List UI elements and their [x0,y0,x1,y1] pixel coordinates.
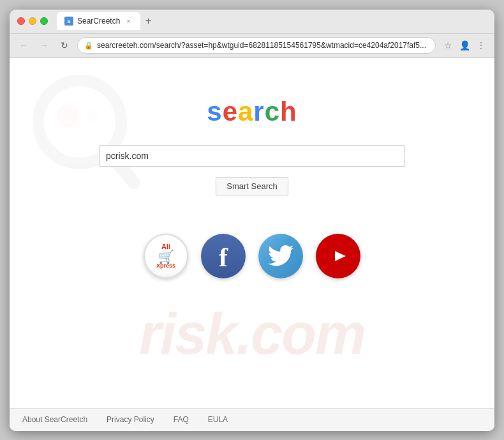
title-bar: S SearCreetch × + [10,10,494,34]
back-button[interactable]: ← [16,38,31,53]
twitter-icon[interactable] [258,234,303,278]
refresh-button[interactable]: ↻ [57,38,72,53]
facebook-icon[interactable]: f [201,234,246,278]
youtube-icon[interactable] [316,234,360,278]
title-letter-r: r [253,96,264,126]
tab-favicon: S [64,17,73,26]
lock-icon: 🔒 [84,42,93,50]
main-content: search Smart Search Ali 🛒 Xpress [10,96,494,278]
bookmark-button[interactable]: ☆ [441,38,455,52]
user-button[interactable]: 👤 [457,38,471,52]
footer-link-privacy[interactable]: Privacy Policy [107,415,154,424]
address-bar-actions: ☆ 👤 ⋮ [441,38,488,52]
menu-button[interactable]: ⋮ [474,38,488,52]
active-tab[interactable]: S SearCreetch × [57,12,140,30]
tab-title: SearCreetch [77,17,120,26]
smart-search-button[interactable]: Smart Search [216,177,288,195]
forward-button[interactable]: → [36,38,52,53]
footer-link-eula[interactable]: EULA [208,415,228,424]
search-input[interactable] [99,145,405,167]
title-letter-e: e [223,96,238,126]
minimize-window-button[interactable] [29,17,36,25]
social-icons-row: Ali 🛒 Xpress f [144,234,360,278]
footer-link-about[interactable]: About SearCreetch [22,415,87,424]
youtube-play-icon [324,246,352,266]
address-bar: ← → ↻ 🔒 searcreeteh.com/search/?asset=hp… [10,34,494,58]
tab-bar: S SearCreetch × + [57,12,487,30]
footer: About SearCreetch Privacy Policy FAQ EUL… [10,408,494,431]
search-form: Smart Search [10,145,494,195]
new-tab-button[interactable]: + [140,13,156,29]
browser-window: S SearCreetch × + ← → ↻ 🔒 searcreeteh.co… [10,10,494,431]
title-letter-h: h [280,96,297,126]
title-letter-a: a [238,96,253,126]
aliexpress-logo: Ali 🛒 Xpress [156,243,175,269]
watermark-text: risk.com [139,301,365,367]
footer-link-faq[interactable]: FAQ [174,415,189,424]
close-window-button[interactable] [17,17,25,25]
maximize-window-button[interactable] [40,17,48,25]
tab-close-button[interactable]: × [124,17,133,26]
facebook-logo-f: f [219,242,228,273]
title-letter-s: s [207,96,222,126]
title-letter-c: c [265,96,280,126]
aliexpress-icon[interactable]: Ali 🛒 Xpress [144,234,188,278]
url-bar[interactable]: 🔒 searcreeteh.com/search/?asset=hp&wtgui… [77,37,436,54]
traffic-lights [17,17,48,25]
page-content: risk.com search Smart Search Ali 🛒 [10,58,494,431]
url-text: searcreeteh.com/search/?asset=hp&wtguid=… [97,41,429,50]
twitter-bird-icon [268,245,293,267]
search-title: search [207,96,297,127]
